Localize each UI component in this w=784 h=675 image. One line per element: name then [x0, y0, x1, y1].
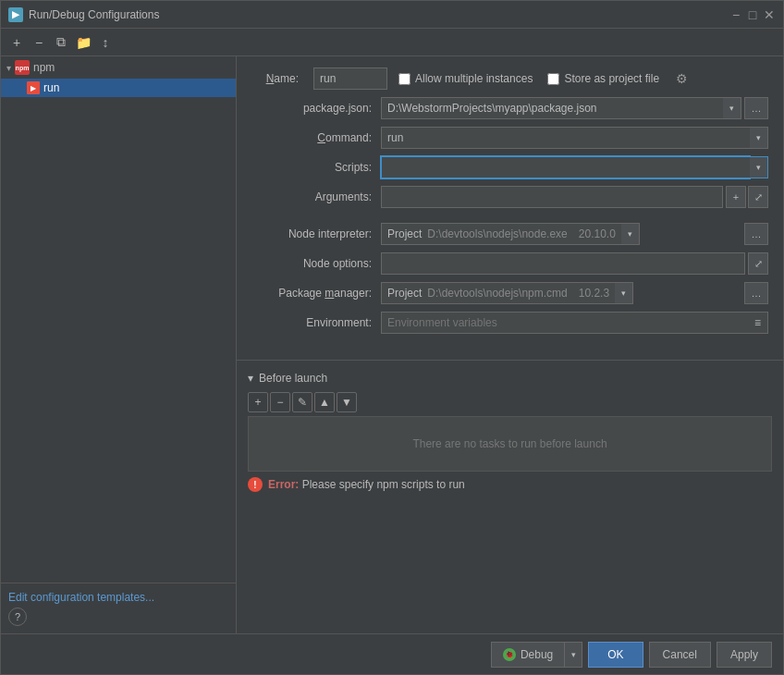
package-json-label: package.json:	[251, 102, 381, 115]
expand-argument-button[interactable]: ⤢	[748, 186, 768, 208]
close-button[interactable]: ✕	[763, 8, 776, 21]
sort-config-button[interactable]: ↕	[95, 32, 116, 53]
dialog: ▶ Run/Debug Configurations − □ ✕ + − ⧉ 📁…	[0, 0, 784, 675]
environment-row: Environment: ≡	[251, 312, 768, 334]
npm-group-icon: npm	[15, 60, 30, 75]
right-panel: Name: Allow multiple instances Store as …	[237, 56, 783, 633]
title-bar-text: Run/Debug Configurations	[29, 8, 729, 21]
command-combo: ▾	[381, 127, 768, 149]
apply-button[interactable]: Apply	[717, 642, 772, 668]
scripts-combo: ▾	[381, 156, 768, 178]
sidebar-footer: Edit configuration templates... ?	[1, 583, 236, 633]
main-content: ▾ npm npm ▶ run Edit configuration templ…	[1, 56, 783, 633]
arguments-row: Arguments: + ⤢	[251, 186, 768, 208]
gear-button[interactable]: ⚙	[674, 71, 690, 86]
node-interpreter-browse-button[interactable]: …	[744, 223, 768, 245]
move-config-button[interactable]: 📁	[73, 32, 93, 53]
environment-label: Environment:	[251, 316, 381, 329]
name-label: Name:	[251, 72, 302, 85]
scripts-input[interactable]	[381, 156, 750, 178]
copy-config-button[interactable]: ⧉	[51, 32, 71, 53]
add-config-button[interactable]: +	[6, 32, 27, 53]
package-json-arrow[interactable]: ▾	[723, 97, 741, 119]
cancel-button[interactable]: Cancel	[649, 642, 711, 668]
before-launch-down-button[interactable]: ▼	[337, 392, 357, 412]
ok-button[interactable]: OK	[588, 642, 643, 668]
config-form: Name: Allow multiple instances Store as …	[237, 56, 783, 352]
command-row: Command: ▾	[251, 127, 768, 149]
error-icon: !	[248, 477, 263, 492]
command-label: Command:	[251, 131, 381, 144]
store-as-project-label[interactable]: Store as project file	[547, 72, 659, 85]
name-input[interactable]	[313, 68, 387, 90]
command-arrow[interactable]: ▾	[750, 127, 768, 149]
node-options-input[interactable]	[381, 252, 745, 275]
before-launch-header[interactable]: ▾ Before launch	[237, 368, 783, 388]
package-json-row: package.json: ▾ …	[251, 97, 768, 119]
run-config-icon: ▶	[27, 81, 40, 94]
sidebar: ▾ npm npm ▶ run Edit configuration templ…	[1, 56, 237, 633]
node-options-expand-button[interactable]: ⤢	[748, 252, 768, 275]
before-launch-add-button[interactable]: +	[248, 392, 268, 412]
before-launch-chevron: ▾	[248, 372, 253, 385]
node-interpreter-arrow[interactable]: ▾	[621, 223, 640, 245]
scripts-arrow[interactable]: ▾	[750, 156, 768, 178]
package-json-input[interactable]	[381, 97, 723, 119]
package-manager-version: 10.2.3	[573, 282, 615, 304]
name-row: Name: Allow multiple instances Store as …	[251, 68, 768, 90]
node-options-row: Node options: ⤢	[251, 252, 768, 275]
package-json-combo: ▾	[381, 97, 741, 119]
allow-multiple-label[interactable]: Allow multiple instances	[398, 72, 533, 85]
node-interpreter-version: 20.10.0	[573, 223, 621, 245]
package-manager-combo: Project D:\devtools\nodejs\npm.cmd 10.2.…	[381, 282, 741, 304]
command-input[interactable]	[381, 127, 750, 149]
scripts-label: Scripts:	[251, 161, 381, 174]
remove-config-button[interactable]: −	[29, 32, 49, 53]
package-manager-arrow[interactable]: ▾	[615, 282, 633, 304]
title-bar-icon: ▶	[8, 7, 23, 22]
arguments-label: Arguments:	[251, 190, 381, 203]
debug-button[interactable]: 🐞 Debug	[491, 642, 564, 668]
environment-input[interactable]	[381, 312, 748, 334]
before-launch-toolbar: + − ✎ ▲ ▼	[237, 388, 783, 416]
title-bar: ▶ Run/Debug Configurations − □ ✕	[1, 1, 783, 29]
maximize-button[interactable]: □	[746, 8, 759, 21]
debug-arrow-button[interactable]: ▾	[564, 642, 582, 668]
form-scroll-area: Name: Allow multiple instances Store as …	[237, 56, 783, 633]
arg-buttons: + ⤢	[726, 186, 768, 208]
environment-list-button[interactable]: ≡	[748, 312, 768, 334]
error-bar: ! Error: Please specify npm scripts to r…	[237, 472, 783, 497]
debug-button-group: 🐞 Debug ▾	[491, 642, 582, 668]
arguments-input[interactable]	[381, 186, 723, 208]
minimize-button[interactable]: −	[729, 8, 742, 21]
node-options-label: Node options:	[251, 257, 381, 270]
allow-multiple-checkbox[interactable]	[398, 73, 410, 85]
error-bold-text: Error:	[268, 478, 299, 491]
before-launch-edit-button[interactable]: ✎	[292, 392, 312, 412]
before-launch-section: ▾ Before launch + − ✎ ▲ ▼ There are no t…	[237, 360, 783, 472]
checkbox-group: Allow multiple instances Store as projec…	[398, 71, 690, 86]
scripts-row: Scripts: ▾	[251, 156, 768, 178]
edit-templates-link[interactable]: Edit configuration templates...	[8, 591, 154, 604]
sidebar-item-run[interactable]: ▶ run	[1, 79, 236, 97]
dialog-footer: 🐞 Debug ▾ OK Cancel Apply	[1, 633, 783, 674]
sidebar-group-npm: ▾ npm npm ▶ run	[1, 56, 236, 97]
node-interpreter-combo: Project D:\devtools\nodejs\node.exe 20.1…	[381, 223, 741, 245]
package-manager-row: Package manager: Project D:\devtools\nod…	[251, 282, 768, 304]
node-interpreter-label: Node interpreter:	[251, 227, 381, 240]
add-argument-button[interactable]: +	[726, 186, 746, 208]
debug-icon: 🐞	[503, 648, 516, 661]
before-launch-label: Before launch	[259, 372, 327, 385]
store-as-project-checkbox[interactable]	[547, 73, 559, 85]
sidebar-group-npm-label: npm	[33, 61, 55, 74]
package-manager-prefix: Project D:\devtools\nodejs\npm.cmd	[381, 282, 573, 304]
node-options-field: ⤢	[381, 252, 768, 275]
package-manager-label: Package manager:	[251, 287, 381, 300]
before-launch-up-button[interactable]: ▲	[314, 392, 335, 412]
package-json-browse-button[interactable]: …	[744, 97, 768, 119]
before-launch-remove-button[interactable]: −	[270, 392, 290, 412]
package-manager-browse-button[interactable]: …	[744, 282, 768, 304]
help-button[interactable]: ?	[8, 608, 27, 626]
sidebar-group-npm-header[interactable]: ▾ npm npm	[1, 56, 236, 79]
node-interpreter-prefix: Project D:\devtools\nodejs\node.exe	[381, 223, 573, 245]
